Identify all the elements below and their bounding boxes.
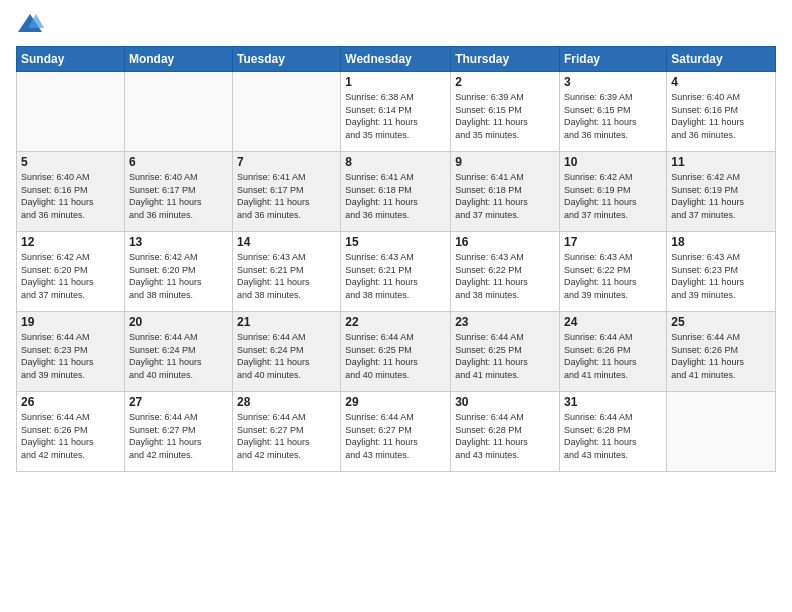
calendar-cell: 29Sunrise: 6:44 AM Sunset: 6:27 PM Dayli… <box>341 392 451 472</box>
day-number: 4 <box>671 75 771 89</box>
day-number: 3 <box>564 75 662 89</box>
calendar-header-sunday: Sunday <box>17 47 125 72</box>
calendar-cell: 15Sunrise: 6:43 AM Sunset: 6:21 PM Dayli… <box>341 232 451 312</box>
calendar-cell <box>17 72 125 152</box>
calendar-cell: 8Sunrise: 6:41 AM Sunset: 6:18 PM Daylig… <box>341 152 451 232</box>
day-number: 24 <box>564 315 662 329</box>
day-info: Sunrise: 6:44 AM Sunset: 6:25 PM Dayligh… <box>345 331 446 381</box>
calendar-cell: 27Sunrise: 6:44 AM Sunset: 6:27 PM Dayli… <box>124 392 232 472</box>
calendar-cell: 12Sunrise: 6:42 AM Sunset: 6:20 PM Dayli… <box>17 232 125 312</box>
calendar-cell: 19Sunrise: 6:44 AM Sunset: 6:23 PM Dayli… <box>17 312 125 392</box>
day-number: 25 <box>671 315 771 329</box>
day-info: Sunrise: 6:42 AM Sunset: 6:20 PM Dayligh… <box>129 251 228 301</box>
day-number: 13 <box>129 235 228 249</box>
calendar-cell: 22Sunrise: 6:44 AM Sunset: 6:25 PM Dayli… <box>341 312 451 392</box>
calendar-cell: 30Sunrise: 6:44 AM Sunset: 6:28 PM Dayli… <box>451 392 560 472</box>
calendar-cell: 28Sunrise: 6:44 AM Sunset: 6:27 PM Dayli… <box>233 392 341 472</box>
day-info: Sunrise: 6:43 AM Sunset: 6:22 PM Dayligh… <box>455 251 555 301</box>
day-info: Sunrise: 6:43 AM Sunset: 6:21 PM Dayligh… <box>237 251 336 301</box>
day-info: Sunrise: 6:44 AM Sunset: 6:27 PM Dayligh… <box>345 411 446 461</box>
calendar-cell: 7Sunrise: 6:41 AM Sunset: 6:17 PM Daylig… <box>233 152 341 232</box>
day-info: Sunrise: 6:41 AM Sunset: 6:17 PM Dayligh… <box>237 171 336 221</box>
day-number: 21 <box>237 315 336 329</box>
calendar-cell <box>124 72 232 152</box>
day-info: Sunrise: 6:44 AM Sunset: 6:26 PM Dayligh… <box>21 411 120 461</box>
day-info: Sunrise: 6:42 AM Sunset: 6:19 PM Dayligh… <box>671 171 771 221</box>
calendar: SundayMondayTuesdayWednesdayThursdayFrid… <box>16 46 776 472</box>
calendar-cell: 9Sunrise: 6:41 AM Sunset: 6:18 PM Daylig… <box>451 152 560 232</box>
calendar-week-row: 12Sunrise: 6:42 AM Sunset: 6:20 PM Dayli… <box>17 232 776 312</box>
day-number: 23 <box>455 315 555 329</box>
calendar-header-wednesday: Wednesday <box>341 47 451 72</box>
calendar-cell: 4Sunrise: 6:40 AM Sunset: 6:16 PM Daylig… <box>667 72 776 152</box>
day-info: Sunrise: 6:40 AM Sunset: 6:17 PM Dayligh… <box>129 171 228 221</box>
day-info: Sunrise: 6:39 AM Sunset: 6:15 PM Dayligh… <box>455 91 555 141</box>
day-info: Sunrise: 6:42 AM Sunset: 6:19 PM Dayligh… <box>564 171 662 221</box>
day-info: Sunrise: 6:44 AM Sunset: 6:27 PM Dayligh… <box>129 411 228 461</box>
day-info: Sunrise: 6:44 AM Sunset: 6:28 PM Dayligh… <box>455 411 555 461</box>
day-number: 19 <box>21 315 120 329</box>
calendar-cell: 10Sunrise: 6:42 AM Sunset: 6:19 PM Dayli… <box>560 152 667 232</box>
calendar-header-row: SundayMondayTuesdayWednesdayThursdayFrid… <box>17 47 776 72</box>
day-number: 15 <box>345 235 446 249</box>
calendar-cell: 2Sunrise: 6:39 AM Sunset: 6:15 PM Daylig… <box>451 72 560 152</box>
day-number: 5 <box>21 155 120 169</box>
calendar-week-row: 19Sunrise: 6:44 AM Sunset: 6:23 PM Dayli… <box>17 312 776 392</box>
calendar-cell: 14Sunrise: 6:43 AM Sunset: 6:21 PM Dayli… <box>233 232 341 312</box>
day-number: 31 <box>564 395 662 409</box>
calendar-cell: 5Sunrise: 6:40 AM Sunset: 6:16 PM Daylig… <box>17 152 125 232</box>
calendar-cell: 26Sunrise: 6:44 AM Sunset: 6:26 PM Dayli… <box>17 392 125 472</box>
day-info: Sunrise: 6:44 AM Sunset: 6:26 PM Dayligh… <box>564 331 662 381</box>
logo-icon <box>16 10 44 38</box>
day-info: Sunrise: 6:44 AM Sunset: 6:23 PM Dayligh… <box>21 331 120 381</box>
calendar-header-thursday: Thursday <box>451 47 560 72</box>
calendar-cell: 13Sunrise: 6:42 AM Sunset: 6:20 PM Dayli… <box>124 232 232 312</box>
day-number: 7 <box>237 155 336 169</box>
day-info: Sunrise: 6:44 AM Sunset: 6:28 PM Dayligh… <box>564 411 662 461</box>
day-number: 26 <box>21 395 120 409</box>
day-number: 8 <box>345 155 446 169</box>
header <box>16 10 776 38</box>
calendar-cell: 23Sunrise: 6:44 AM Sunset: 6:25 PM Dayli… <box>451 312 560 392</box>
day-info: Sunrise: 6:43 AM Sunset: 6:21 PM Dayligh… <box>345 251 446 301</box>
day-number: 17 <box>564 235 662 249</box>
day-number: 28 <box>237 395 336 409</box>
day-info: Sunrise: 6:43 AM Sunset: 6:23 PM Dayligh… <box>671 251 771 301</box>
day-info: Sunrise: 6:39 AM Sunset: 6:15 PM Dayligh… <box>564 91 662 141</box>
day-info: Sunrise: 6:44 AM Sunset: 6:26 PM Dayligh… <box>671 331 771 381</box>
calendar-cell: 17Sunrise: 6:43 AM Sunset: 6:22 PM Dayli… <box>560 232 667 312</box>
calendar-cell: 25Sunrise: 6:44 AM Sunset: 6:26 PM Dayli… <box>667 312 776 392</box>
calendar-header-monday: Monday <box>124 47 232 72</box>
calendar-week-row: 1Sunrise: 6:38 AM Sunset: 6:14 PM Daylig… <box>17 72 776 152</box>
calendar-cell: 6Sunrise: 6:40 AM Sunset: 6:17 PM Daylig… <box>124 152 232 232</box>
day-number: 9 <box>455 155 555 169</box>
day-info: Sunrise: 6:41 AM Sunset: 6:18 PM Dayligh… <box>345 171 446 221</box>
day-number: 6 <box>129 155 228 169</box>
day-number: 20 <box>129 315 228 329</box>
calendar-header-tuesday: Tuesday <box>233 47 341 72</box>
day-info: Sunrise: 6:40 AM Sunset: 6:16 PM Dayligh… <box>671 91 771 141</box>
calendar-cell: 20Sunrise: 6:44 AM Sunset: 6:24 PM Dayli… <box>124 312 232 392</box>
day-info: Sunrise: 6:43 AM Sunset: 6:22 PM Dayligh… <box>564 251 662 301</box>
calendar-cell <box>667 392 776 472</box>
calendar-header-friday: Friday <box>560 47 667 72</box>
day-info: Sunrise: 6:44 AM Sunset: 6:25 PM Dayligh… <box>455 331 555 381</box>
day-number: 16 <box>455 235 555 249</box>
day-info: Sunrise: 6:42 AM Sunset: 6:20 PM Dayligh… <box>21 251 120 301</box>
day-number: 12 <box>21 235 120 249</box>
logo <box>16 10 48 38</box>
day-number: 10 <box>564 155 662 169</box>
day-info: Sunrise: 6:40 AM Sunset: 6:16 PM Dayligh… <box>21 171 120 221</box>
calendar-week-row: 5Sunrise: 6:40 AM Sunset: 6:16 PM Daylig… <box>17 152 776 232</box>
day-info: Sunrise: 6:44 AM Sunset: 6:24 PM Dayligh… <box>129 331 228 381</box>
day-info: Sunrise: 6:41 AM Sunset: 6:18 PM Dayligh… <box>455 171 555 221</box>
day-info: Sunrise: 6:38 AM Sunset: 6:14 PM Dayligh… <box>345 91 446 141</box>
day-number: 22 <box>345 315 446 329</box>
day-info: Sunrise: 6:44 AM Sunset: 6:24 PM Dayligh… <box>237 331 336 381</box>
day-number: 11 <box>671 155 771 169</box>
day-number: 14 <box>237 235 336 249</box>
calendar-cell: 11Sunrise: 6:42 AM Sunset: 6:19 PM Dayli… <box>667 152 776 232</box>
day-number: 30 <box>455 395 555 409</box>
day-number: 18 <box>671 235 771 249</box>
calendar-cell <box>233 72 341 152</box>
